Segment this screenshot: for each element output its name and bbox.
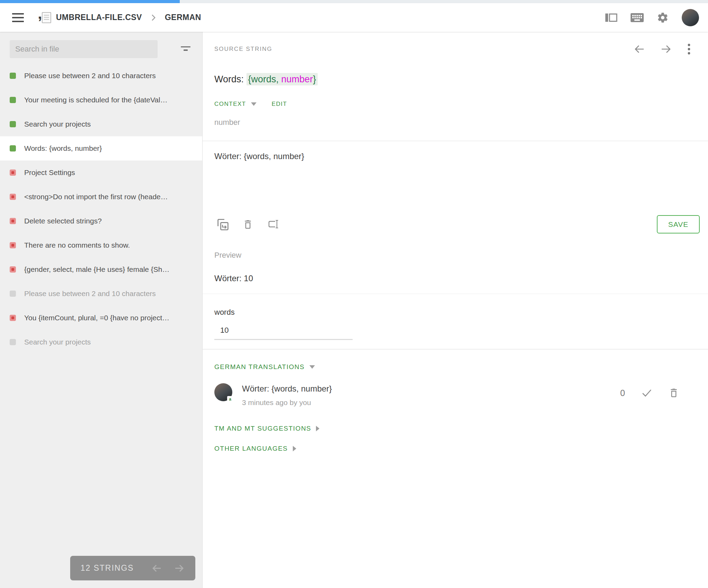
chevron-down-icon [251,102,257,106]
settings-gear-icon[interactable] [657,12,669,24]
text-cursor-icon[interactable] [267,219,279,231]
string-status-icon [10,145,16,151]
string-status-icon [10,218,16,224]
pager-prev-icon[interactable] [151,563,162,573]
string-status-icon [10,169,16,176]
param-value-input[interactable] [214,324,353,340]
translator-badge: a [227,396,233,402]
editor-panel: SOURCE STRING Words: {words, number} [203,32,708,588]
string-status-icon [10,242,16,248]
string-status-icon [10,315,16,321]
string-list-item[interactable]: Words: {words, number} [0,136,202,160]
divider [203,294,708,294]
strings-pager: 12 STRINGS [70,556,195,580]
delete-translation-icon[interactable] [243,219,253,231]
layout-toggle-icon[interactable] [605,13,617,22]
placeholder-param: number [281,74,313,84]
string-list-item[interactable]: Delete selected strings? [0,209,202,233]
filter-icon[interactable] [181,46,190,53]
csv-file-icon [42,12,51,23]
tm-suggestions-label: TM AND MT SUGGESTIONS [214,425,311,432]
string-list: Please use between 2 and 10 characters Y… [0,64,202,354]
delete-suggestion-icon[interactable] [669,387,679,398]
translator-avatar: a [214,383,232,401]
string-status-icon [10,97,16,103]
string-list-item[interactable]: Your meeting is scheduled for the {dateV… [0,88,202,112]
translation-editor-app: UMBRELLA-FILE.CSV GERMAN [0,0,708,588]
keyboard-icon[interactable] [631,13,644,22]
string-status-icon [10,121,16,127]
preview-section: Preview Wörter: 10 words [203,240,708,349]
string-list-item[interactable]: Please use between 2 and 10 characters [0,282,202,306]
chevron-down-icon [309,365,315,369]
user-avatar[interactable] [682,9,699,26]
placeholder-close: } [313,74,316,84]
translation-row: a Wörter: {words, number} 3 minutes ago … [214,383,691,407]
string-status-icon [10,194,16,200]
more-options-icon[interactable] [687,43,691,55]
string-status-icon [10,291,16,297]
top-bar: UMBRELLA-FILE.CSV GERMAN [0,3,708,32]
strings-sidebar: Please use between 2 and 10 characters Y… [0,32,203,588]
placeholder-open: {words, [248,74,281,84]
string-status-icon [10,73,16,79]
search-input[interactable] [10,40,158,58]
string-list-item[interactable]: You {itemCount, plural, =0 {have no proj… [0,306,202,330]
prev-string-icon[interactable] [633,44,645,54]
string-list-item[interactable]: Search your projects [0,330,202,354]
string-list-item[interactable]: Search your projects [0,112,202,136]
string-list-item[interactable]: Project Settings [0,160,202,185]
context-value: number [214,118,691,127]
translation-meta: 3 minutes ago by you [242,398,332,407]
string-list-item[interactable]: Please use between 2 and 10 characters [0,64,202,88]
menu-button[interactable] [12,13,24,22]
edit-context-button[interactable]: EDIT [272,101,287,108]
param-label: words [214,308,691,317]
translations-label: GERMAN TRANSLATIONS [214,363,305,371]
string-list-item[interactable]: <strong>Do not import the first row (hea… [0,185,202,209]
preview-rendered-text: Wörter: 10 [214,274,691,283]
source-string-section: SOURCE STRING Words: {words, number} [203,32,708,141]
translations-toggle[interactable]: GERMAN TRANSLATIONS [214,363,315,371]
strings-count: 12 STRINGS [81,563,134,573]
approve-check-icon[interactable] [641,388,653,398]
file-progress-fill [0,0,180,3]
file-progress-bar [0,0,708,3]
source-text-prefix: Words: [214,74,246,84]
next-string-icon[interactable] [660,44,672,54]
string-status-icon [10,266,16,273]
source-string-label: SOURCE STRING [214,46,272,53]
preview-label: Preview [214,251,691,260]
chevron-right-icon [316,426,319,431]
translation-editor[interactable]: Wörter: {words, number} [214,151,691,193]
chevron-right-icon [293,446,296,451]
breadcrumb-file[interactable]: UMBRELLA-FILE.CSV [56,13,142,22]
translation-text: Wörter: {words, number} [242,384,332,394]
tm-suggestions-toggle[interactable]: TM AND MT SUGGESTIONS [214,425,319,432]
vote-count: 0 [620,388,625,398]
other-languages-label: OTHER LANGUAGES [214,445,288,452]
top-bar-actions [605,9,708,26]
translations-section: GERMAN TRANSLATIONS a Wörter: {words, nu… [203,349,708,588]
copy-source-icon[interactable] [217,219,229,231]
translation-section: Wörter: {words, number} SAVE [203,141,708,240]
string-list-item[interactable]: {gender, select, male {He uses} female {… [0,257,202,282]
breadcrumb-language[interactable]: GERMAN [165,13,201,22]
source-string-text: Words: {words, number} [214,74,691,85]
other-languages-toggle[interactable]: OTHER LANGUAGES [214,445,296,452]
save-button[interactable]: SAVE [657,215,700,233]
pager-next-icon[interactable] [174,563,185,573]
context-toggle[interactable]: CONTEXT [214,101,246,108]
breadcrumb: UMBRELLA-FILE.CSV GERMAN [42,12,201,23]
string-list-item[interactable]: There are no comments to show. [0,233,202,257]
chevron-right-icon [150,13,157,22]
string-status-icon [10,339,16,345]
